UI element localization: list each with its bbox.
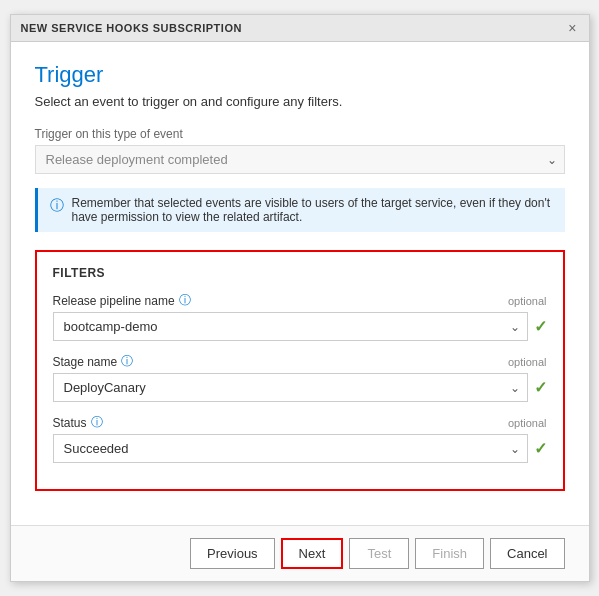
- section-title: Trigger: [35, 62, 565, 88]
- filter-optional-stage: optional: [508, 356, 547, 368]
- filter-info-icon-status: ⓘ: [91, 414, 103, 431]
- trigger-field-group: Trigger on this type of event Release de…: [35, 127, 565, 174]
- filter-select-status[interactable]: Succeeded: [53, 434, 528, 463]
- previous-button[interactable]: Previous: [190, 538, 275, 569]
- check-icon-status: ✓: [534, 439, 547, 458]
- filter-row-stage: Stage name ⓘ optional DeployCanary ⌄ ✓: [53, 353, 547, 402]
- filter-select-check-stage: DeployCanary ⌄ ✓: [53, 373, 547, 402]
- filter-select-wrapper-status: Succeeded ⌄: [53, 434, 528, 463]
- filters-heading: FILTERS: [53, 266, 547, 280]
- filter-row-status: Status ⓘ optional Succeeded ⌄ ✓: [53, 414, 547, 463]
- section-subtitle: Select an event to trigger on and config…: [35, 94, 565, 109]
- filter-label-stage: Stage name ⓘ: [53, 353, 134, 370]
- info-message: Remember that selected events are visibl…: [72, 196, 553, 224]
- trigger-select-wrapper: Release deployment completed ⌄: [35, 145, 565, 174]
- filter-label-row-status: Status ⓘ optional: [53, 414, 547, 431]
- close-button[interactable]: ×: [566, 21, 578, 35]
- filter-select-stage[interactable]: DeployCanary: [53, 373, 528, 402]
- test-button[interactable]: Test: [349, 538, 409, 569]
- check-icon-pipeline: ✓: [534, 317, 547, 336]
- filter-info-icon-pipeline: ⓘ: [179, 292, 191, 309]
- dialog-title: NEW SERVICE HOOKS SUBSCRIPTION: [21, 22, 242, 34]
- next-button[interactable]: Next: [281, 538, 344, 569]
- trigger-field-label: Trigger on this type of event: [35, 127, 565, 141]
- cancel-button[interactable]: Cancel: [490, 538, 564, 569]
- filter-select-wrapper-stage: DeployCanary ⌄: [53, 373, 528, 402]
- filter-select-check-pipeline: bootcamp-demo ⌄ ✓: [53, 312, 547, 341]
- trigger-select[interactable]: Release deployment completed: [35, 145, 565, 174]
- filter-label-row-stage: Stage name ⓘ optional: [53, 353, 547, 370]
- filter-row-pipeline: Release pipeline name ⓘ optional bootcam…: [53, 292, 547, 341]
- filters-box: FILTERS Release pipeline name ⓘ optional…: [35, 250, 565, 491]
- filter-label-pipeline: Release pipeline name ⓘ: [53, 292, 191, 309]
- check-icon-stage: ✓: [534, 378, 547, 397]
- filter-optional-status: optional: [508, 417, 547, 429]
- filter-select-pipeline[interactable]: bootcamp-demo: [53, 312, 528, 341]
- dialog-footer: Previous Next Test Finish Cancel: [11, 525, 589, 581]
- titlebar: NEW SERVICE HOOKS SUBSCRIPTION ×: [11, 15, 589, 42]
- dialog: NEW SERVICE HOOKS SUBSCRIPTION × Trigger…: [10, 14, 590, 582]
- dialog-body: Trigger Select an event to trigger on an…: [11, 42, 589, 525]
- filter-label-status: Status ⓘ: [53, 414, 103, 431]
- filter-info-icon-stage: ⓘ: [121, 353, 133, 370]
- filter-optional-pipeline: optional: [508, 295, 547, 307]
- info-box: ⓘ Remember that selected events are visi…: [35, 188, 565, 232]
- filter-label-row-pipeline: Release pipeline name ⓘ optional: [53, 292, 547, 309]
- finish-button[interactable]: Finish: [415, 538, 484, 569]
- filter-select-wrapper-pipeline: bootcamp-demo ⌄: [53, 312, 528, 341]
- info-icon: ⓘ: [50, 197, 64, 224]
- filter-select-check-status: Succeeded ⌄ ✓: [53, 434, 547, 463]
